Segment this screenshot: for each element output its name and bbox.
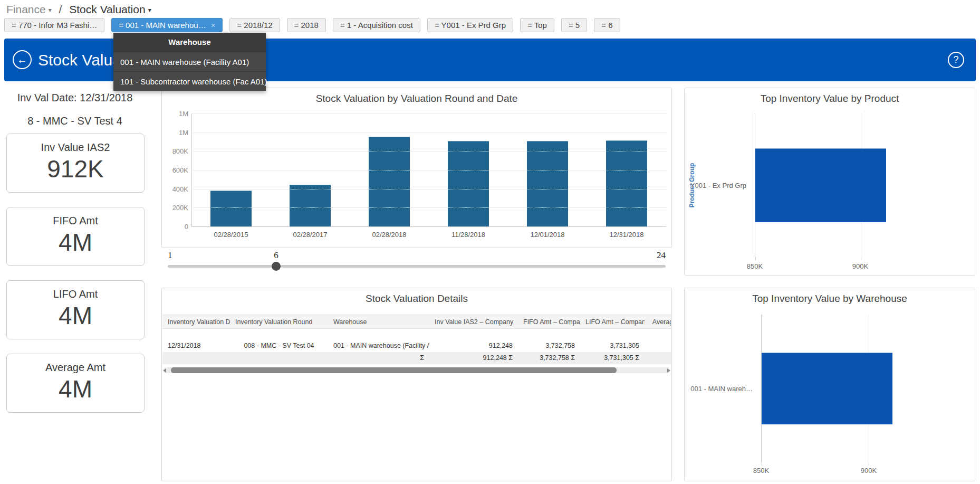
slider-handle[interactable] [272, 262, 281, 271]
y-tick-label: 1M [165, 110, 188, 118]
filter-chip-label: = 770 - Infor M3 Fashi… [12, 21, 97, 30]
breadcrumb-separator: / [59, 3, 62, 15]
filter-chip[interactable]: = 6 [594, 18, 620, 32]
bar[interactable] [755, 148, 886, 222]
caret-down-icon[interactable]: ▾ [148, 6, 151, 14]
back-button[interactable]: ← [13, 50, 32, 69]
chart-title: Top Inventory Value by Warehouse [685, 293, 975, 305]
kpi-label: Average Amt [7, 362, 144, 374]
kpi-card: Average Amt4M [6, 354, 145, 413]
x-tick-mark [869, 462, 869, 466]
slider-value-label: 6 [274, 250, 278, 261]
x-tick-label: 900K [852, 262, 868, 270]
chart-title: Stock Valuation by Valuation Round and D… [162, 93, 671, 105]
column-header: Inventory Valuation Round [230, 315, 328, 329]
totals-cell: 3,732,758 Σ [518, 352, 580, 364]
table-cell: 001 - MAIN warehouse (Facility A01) [328, 340, 429, 352]
filter-chip[interactable]: = 1 - Acquisition cost [333, 18, 420, 32]
bar[interactable] [369, 137, 410, 226]
filter-chip-label: = 001 - MAIN warehou… [119, 21, 206, 30]
warehouse-dropdown: Warehouse 001 - MAIN warehouse (Facility… [113, 33, 266, 91]
gridline [191, 132, 666, 133]
y-tick-label: 800K [165, 147, 188, 155]
x-tick-label: 850K [753, 467, 769, 474]
kpi-card: LIFO Amt4M [6, 280, 145, 339]
slider-track[interactable] [168, 265, 666, 268]
scrollbar-thumb[interactable] [171, 367, 617, 373]
x-tick-label: 12/01/2018 [508, 231, 587, 239]
filter-chip-label: = 2018 [294, 21, 319, 30]
stock-valuation-dashboard: Finance▾ / Stock Valuation▾ = 770 - Info… [0, 0, 980, 484]
bar[interactable] [210, 191, 252, 226]
filter-chip[interactable]: = Y001 - Ex Prd Grp [427, 18, 513, 32]
table-cell: 3,732,758 [518, 340, 580, 352]
breadcrumb-section[interactable]: Finance [6, 3, 46, 15]
table-row[interactable]: 12/31/2018008 - MMC - SV Test 04001 - MA… [162, 340, 671, 352]
chart-plot-area [761, 315, 972, 462]
x-tick-label: 02/28/2015 [191, 231, 271, 239]
x-tick-mark [755, 257, 756, 260]
filter-chip[interactable]: = 5 [561, 18, 587, 32]
x-tick-label: 02/28/2017 [271, 231, 350, 239]
slider-max-label: 24 [657, 250, 666, 261]
stock-valuation-details-panel: Stock Valuation Details Inventory Valuat… [161, 288, 672, 481]
breadcrumb: Finance▾ / Stock Valuation▾ [6, 3, 151, 16]
totals-cell: 912,248 Σ [429, 352, 518, 364]
y-tick-label: 600K [165, 166, 188, 174]
totals-cell [645, 352, 671, 364]
column-header: FIFO Amt – Company [518, 315, 580, 329]
filter-chip-label: = Y001 - Ex Prd Grp [435, 21, 506, 30]
filter-chip[interactable]: = 001 - MAIN warehou…× [111, 18, 223, 32]
bar[interactable] [448, 141, 489, 226]
dropdown-title: Warehouse [113, 33, 266, 52]
slider-min-label: 1 [168, 250, 172, 261]
totals-cell [230, 352, 328, 364]
chart-title: Top Inventory Value by Product [685, 93, 975, 105]
x-tick-label: 850K [747, 262, 763, 270]
top-inventory-by-warehouse-panel: Top Inventory Value by Warehouse 001 - M… [684, 288, 975, 481]
bar[interactable] [606, 140, 647, 226]
totals-cell: Σ [328, 352, 429, 364]
scroll-right-icon[interactable] [667, 368, 670, 373]
horizontal-scrollbar[interactable] [164, 367, 670, 373]
totals-cell: 3,731,305 Σ [580, 352, 645, 364]
column-header: Average Amt – Co [645, 315, 671, 329]
filter-chip[interactable]: = Top [520, 18, 554, 32]
y-tick-label: 0 [165, 223, 188, 231]
help-button[interactable]: ? [948, 52, 964, 68]
bar[interactable] [762, 353, 892, 424]
table-cell [645, 340, 671, 352]
dropdown-option[interactable]: 101 - Subcontractor warehouse (Fac A01) [113, 71, 266, 91]
gridline [191, 151, 666, 151]
category-label: 001 - MAIN wareh… [685, 315, 757, 462]
gridline [191, 226, 666, 227]
table-cell: 008 - MMC - SV Test 04 [230, 340, 328, 352]
filter-chip-label: = 5 [569, 21, 580, 30]
round-slider: 1 6 24 [161, 248, 672, 279]
filter-chip-label: = 6 [601, 21, 612, 30]
category-label: Y001 - Ex Prd Grp [685, 113, 751, 257]
breadcrumb-page[interactable]: Stock Valuation [69, 3, 145, 15]
bar[interactable] [290, 185, 331, 226]
y-tick-label: 1M [165, 129, 188, 137]
chart-plot-area [755, 113, 966, 257]
kpi-label: Inv Value IAS2 [7, 141, 144, 154]
back-arrow-icon: ← [17, 54, 27, 65]
kpi-value: 4M [7, 375, 144, 403]
gridline [191, 189, 666, 189]
kpi-card: Inv Value IAS2912K [6, 134, 145, 193]
filter-chip[interactable]: = 2018 [287, 18, 326, 32]
spacer-row [162, 329, 671, 340]
filter-chip-bar: = 770 - Infor M3 Fashi…= 001 - MAIN ware… [4, 18, 620, 32]
x-tick-label: 02/28/2018 [350, 231, 429, 239]
filter-chip[interactable]: = 770 - Infor M3 Fashi… [4, 18, 104, 32]
chart-plot-area [191, 113, 666, 226]
scroll-left-icon[interactable] [163, 368, 166, 373]
close-icon[interactable]: × [211, 21, 216, 30]
caret-down-icon[interactable]: ▾ [49, 6, 52, 14]
bar[interactable] [527, 141, 568, 226]
gridline [191, 170, 666, 170]
filter-chip[interactable]: = 2018/12 [229, 18, 280, 32]
dropdown-option[interactable]: 001 - MAIN warehouse (Facility A01) [113, 52, 266, 71]
column-header: LIFO Amt – Company [580, 315, 645, 329]
